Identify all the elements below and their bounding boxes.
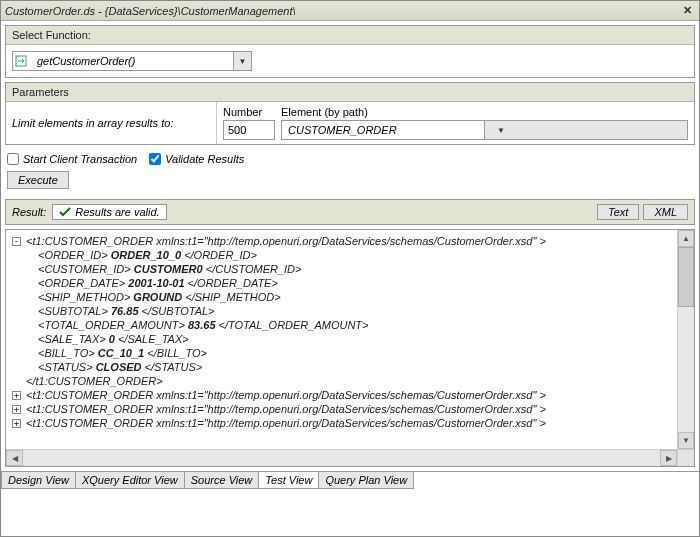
number-label: Number <box>223 106 275 118</box>
result-tree-scroll[interactable]: -<t1:CUSTOMER_ORDER xmlns:t1="http://tem… <box>6 230 694 466</box>
result-label: Result: <box>12 206 46 218</box>
tree-line: <SALE_TAX> 0 </SALE_TAX> <box>34 332 692 346</box>
function-icon <box>15 53 31 69</box>
tree-line: <ORDER_DATE> 2001-10-01 </ORDER_DATE> <box>34 276 692 290</box>
chevron-down-icon[interactable]: ▼ <box>484 121 687 139</box>
checkmark-icon <box>59 206 71 218</box>
result-bar: Result: Results are valid. Text XML <box>5 199 695 225</box>
element-dropdown[interactable]: CUSTOMER_ORDER ▼ <box>281 120 688 140</box>
horizontal-scrollbar[interactable]: ◀ ▶ <box>6 449 677 466</box>
scroll-left-icon[interactable]: ◀ <box>6 450 23 466</box>
collapse-icon[interactable]: - <box>12 237 21 246</box>
window-title: CustomerOrder.ds - {DataServices}\Custom… <box>5 5 679 17</box>
tree-line: -<t1:CUSTOMER_ORDER xmlns:t1="http://tem… <box>8 234 692 248</box>
select-function-panel: Select Function: getCustomerOrder() ▼ <box>5 25 695 78</box>
function-dropdown[interactable]: getCustomerOrder() ▼ <box>12 51 252 71</box>
function-name: getCustomerOrder() <box>33 55 233 67</box>
element-label: Element (by path) <box>281 106 368 118</box>
tree-line: <BILL_TO> CC_10_1 </BILL_TO> <box>34 346 692 360</box>
tree-line: +<t1:CUSTOMER_ORDER xmlns:t1="http://tem… <box>8 388 692 402</box>
tree-line: </t1:CUSTOMER_ORDER> <box>22 374 692 388</box>
xml-toggle-button[interactable]: XML <box>643 204 688 220</box>
vertical-scrollbar[interactable]: ▲ ▼ <box>677 230 694 449</box>
scroll-right-icon[interactable]: ▶ <box>660 450 677 466</box>
start-client-checkbox[interactable]: Start Client Transaction <box>7 153 137 165</box>
expand-icon[interactable]: + <box>12 405 21 414</box>
tree-line: <CUSTOMER_ID> CUSTOMER0 </CUSTOMER_ID> <box>34 262 692 276</box>
validate-checkbox[interactable]: Validate Results <box>149 153 244 165</box>
tab-query-plan-view[interactable]: Query Plan View <box>318 472 414 489</box>
title-bar: CustomerOrder.ds - {DataServices}\Custom… <box>1 1 699 21</box>
options-row: Start Client Transaction Validate Result… <box>1 149 699 169</box>
scroll-thumb[interactable] <box>678 247 694 307</box>
tab-test-view[interactable]: Test View <box>258 472 319 489</box>
scroll-corner <box>677 449 694 466</box>
tree-line: <STATUS> CLOSED </STATUS> <box>34 360 692 374</box>
element-value: CUSTOMER_ORDER <box>282 124 484 136</box>
expand-icon[interactable]: + <box>12 419 21 428</box>
tab-design-view[interactable]: Design View <box>1 472 76 489</box>
validate-input[interactable] <box>149 153 161 165</box>
expand-icon[interactable]: + <box>12 391 21 400</box>
tab-xquery-editor-view[interactable]: XQuery Editor View <box>75 472 185 489</box>
scroll-down-icon[interactable]: ▼ <box>678 432 694 449</box>
limit-label: Limit elements in array results to: <box>6 102 216 144</box>
scroll-up-icon[interactable]: ▲ <box>678 230 694 247</box>
validity-badge: Results are valid. <box>52 204 166 220</box>
bottom-tabs: Design ViewXQuery Editor ViewSource View… <box>1 471 699 489</box>
tab-source-view[interactable]: Source View <box>184 472 260 489</box>
execute-button[interactable]: Execute <box>7 171 69 189</box>
close-icon[interactable]: ✕ <box>679 4 695 18</box>
tree-line: <SHIP_METHOD> GROUND </SHIP_METHOD> <box>34 290 692 304</box>
select-function-header: Select Function: <box>6 26 694 45</box>
parameters-header: Parameters <box>6 83 694 102</box>
result-tree: -<t1:CUSTOMER_ORDER xmlns:t1="http://tem… <box>5 229 695 467</box>
number-input[interactable] <box>223 120 275 140</box>
tree-line: <SUBTOTAL> 76.85 </SUBTOTAL> <box>34 304 692 318</box>
tree-line: +<t1:CUSTOMER_ORDER xmlns:t1="http://tem… <box>8 416 692 430</box>
text-toggle-button[interactable]: Text <box>597 204 639 220</box>
start-client-input[interactable] <box>7 153 19 165</box>
tree-line: +<t1:CUSTOMER_ORDER xmlns:t1="http://tem… <box>8 402 692 416</box>
parameters-panel: Parameters Limit elements in array resul… <box>5 82 695 145</box>
tree-line: <ORDER_ID> ORDER_10_0 </ORDER_ID> <box>34 248 692 262</box>
chevron-down-icon[interactable]: ▼ <box>233 52 251 70</box>
tree-line: <TOTAL_ORDER_AMOUNT> 83.65 </TOTAL_ORDER… <box>34 318 692 332</box>
